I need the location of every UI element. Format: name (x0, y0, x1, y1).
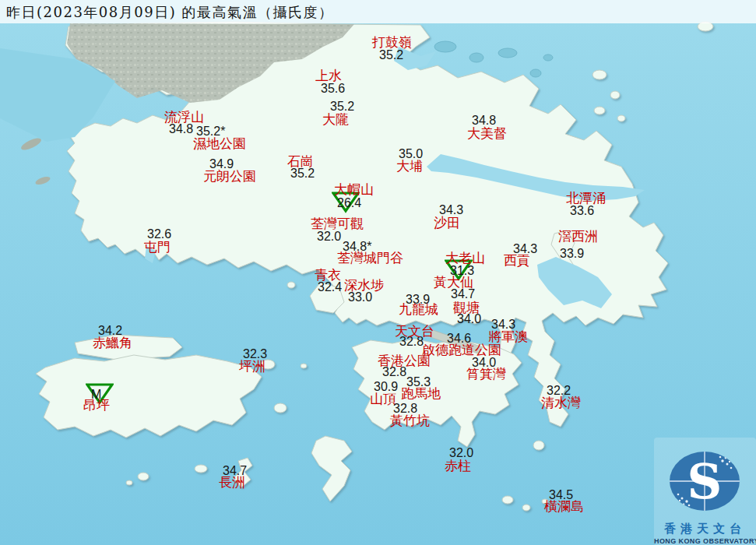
island-potoi (502, 496, 513, 504)
station-name: 九龍城 (399, 303, 438, 316)
island-heilingchau (274, 403, 287, 413)
island-ne4 (617, 115, 625, 121)
station-value: 34.8 (169, 123, 193, 135)
station-name: 啟德跑道公園 (422, 343, 501, 357)
station-name: 大隴 (322, 113, 349, 126)
station-name: 大埔 (396, 160, 423, 173)
station-value: 35.2 (290, 167, 315, 180)
station-name: 山頂 (370, 392, 396, 406)
station-name: 滘西洲 (558, 230, 598, 243)
station-name: 濕地公園 (193, 137, 246, 150)
station-name: 赤柱 (445, 459, 471, 473)
hko-logo: S 香港天文台 HONG KONG OBSERVATORY (654, 438, 756, 545)
station-name: 坪洲 (239, 360, 265, 373)
station-value: 33.6 (570, 205, 594, 217)
station-name: 荃灣城門谷 (337, 251, 403, 265)
station-value: 34.7 (451, 288, 475, 301)
island-ne2 (610, 91, 620, 99)
station-name: 打鼓嶺 (372, 36, 412, 49)
station-name: 西貢 (504, 254, 530, 267)
station-name: 上水 (315, 69, 342, 83)
island-potoi2 (522, 505, 530, 511)
station-value: 35.6 (321, 83, 345, 95)
island-shekkwuchau (195, 465, 207, 473)
station-name: 赤鱲角 (93, 336, 132, 350)
station-name: 深水埗 (344, 279, 384, 292)
station-name: 筲箕灣 (466, 367, 506, 381)
station-value: 32.4 (318, 281, 342, 294)
station-name: 清水灣 (541, 396, 581, 410)
station-name: 元朗公園 (203, 170, 256, 183)
station-name: 青衣 (315, 269, 341, 282)
station-name: 大老山 (445, 251, 485, 265)
hko-logo-chinese: 香港天文台 (654, 522, 756, 536)
island-ne1 (592, 70, 607, 79)
station-name: 長洲 (219, 476, 245, 489)
island-soko (138, 473, 149, 480)
station-name: 石崗 (287, 155, 314, 168)
station-name: 北潭涌 (566, 192, 606, 205)
hko-logo-english: HONG KONG OBSERVATORY (654, 537, 756, 545)
station-value: 26.4 (337, 197, 361, 209)
page-title: 昨日(2023年08月09日) 的最高氣溫（攝氏度） (6, 3, 333, 22)
station-name: 荃灣可觀 (311, 217, 364, 230)
station-name: 昂坪 (83, 399, 110, 412)
station-name: 流浮山 (164, 111, 204, 124)
temperature-map-page: 昨日(2023年08月09日) 的最高氣溫（攝氏度） 35.2打鼓嶺35.6上水… (0, 0, 756, 545)
station-name: 天文台 (395, 325, 434, 338)
station-value: 33.9 (560, 248, 584, 260)
station-name: 黃大仙 (434, 276, 473, 289)
station-name: 大帽山 (334, 183, 374, 196)
station-name: 黃竹坑 (390, 414, 430, 427)
station-name: 屯門 (144, 241, 171, 254)
hong-kong-map (0, 0, 756, 545)
station-name: 觀塘 (453, 301, 480, 315)
island-mawan (287, 282, 295, 288)
station-value: 32.0 (317, 230, 341, 243)
svg-text:S: S (687, 453, 723, 510)
station-value: 35.2 (379, 49, 403, 62)
island-kauyichau (301, 364, 307, 368)
station-name: 大美督 (467, 127, 507, 140)
hko-logo-icon: S (654, 438, 756, 520)
station-name: 香港公園 (378, 354, 431, 367)
station-name: 跑馬地 (401, 387, 441, 400)
station-name: 橫瀾島 (544, 500, 584, 513)
island-tunglung (533, 441, 544, 450)
station-value: 33.0 (348, 291, 372, 304)
island-soko2 (126, 480, 132, 485)
station-name: 沙田 (434, 216, 460, 230)
island-ne3 (594, 107, 605, 114)
